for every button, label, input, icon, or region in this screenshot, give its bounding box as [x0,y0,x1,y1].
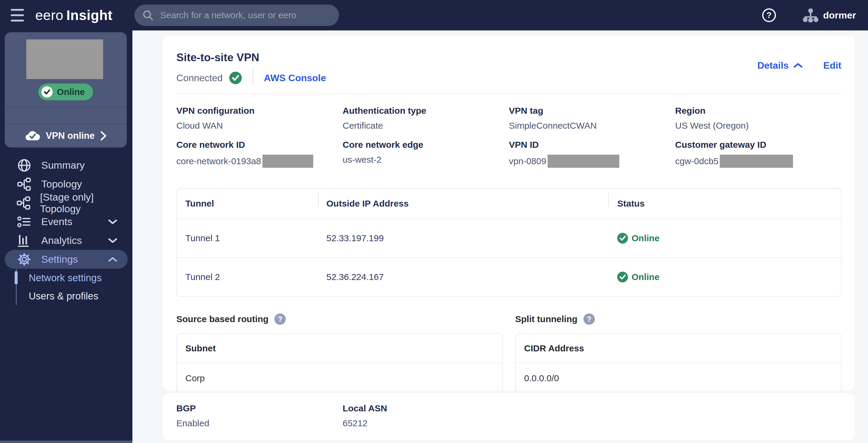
network-thumbnail-redacted [26,39,103,79]
chevron-down-icon [108,238,118,243]
logo-insight: Insight [66,7,113,23]
field-label: VPN configuration [176,106,343,116]
connected-check-icon [229,72,242,84]
field-value: SimpleConnectCWAN [509,121,675,131]
field-label: Region [675,106,841,116]
sidebar-footer-strip [0,441,132,443]
field-label: Core network edge [343,140,509,150]
status-label: Online [631,272,659,282]
help-icon[interactable]: ? [584,313,595,325]
search-bar[interactable] [134,4,339,26]
field-core-network-id: Core network ID core-network-0193a8 [176,140,343,168]
edit-button[interactable]: Edit [824,60,841,71]
status-badge-label: Online [57,87,85,97]
chevron-up-icon [794,63,803,68]
redaction-box [262,155,313,168]
sidebar-item-stage-topology[interactable]: [Stage only] Topology [5,194,128,212]
card-divider [5,107,127,107]
card-header-left: Site-to-site VPN Connected AWS Console [176,49,326,86]
section-title: Source based routing [176,314,269,324]
sidebar-item-label: Settings [41,253,78,265]
status-label: Online [631,233,659,243]
main-panel: Site-to-site VPN Connected AWS Console D… [132,30,868,443]
tunnel-name: Tunnel 2 [177,272,318,282]
search-icon [142,9,154,21]
cidr-table: CIDR Address 0.0.0.0/0 [515,333,842,394]
online-check-icon [617,272,628,282]
field-value: us-west-2 [343,155,509,165]
details-label: Details [757,60,789,71]
edit-label: Edit [824,60,841,71]
field-value: Certificate [343,121,509,131]
field-bgp: BGP Enabled [176,403,343,429]
column-header-tunnel: Tunnel [177,189,318,218]
check-circle-icon [41,86,53,98]
sidebar-nav: Summary Topology [Stage only] Topology E… [5,156,128,269]
bgp-grid: BGP Enabled Local ASN 65212 [176,403,841,437]
sidebar: Online VPN online Summary [0,30,132,443]
split-tunneling-section: Split tunneling ? CIDR Address 0.0.0.0/0 [515,313,842,394]
vpn-card: Site-to-site VPN Connected AWS Console D… [163,36,855,390]
help-icon[interactable]: ? [274,313,286,325]
sidebar-item-summary[interactable]: Summary [5,156,128,175]
details-toggle[interactable]: Details [757,60,803,71]
field-vpn-tag: VPN tag SimpleConnectCWAN [509,106,675,131]
organization-icon [803,8,818,23]
column-header-subnet: Subnet [177,334,502,363]
subnet-table: Subnet Corp [176,333,503,394]
card-header-actions: Details Edit [757,60,841,71]
account-menu[interactable]: dormer [803,8,856,23]
vertical-divider [253,70,253,86]
globe-icon [17,159,32,172]
table-row: Tunnel 2 52.36.224.167 Online [177,257,841,296]
logo-eero: eero [35,7,63,23]
help-icon[interactable]: ? [762,8,776,22]
subnav-item-network-settings[interactable]: Network settings [17,269,124,287]
aws-console-link[interactable]: AWS Console [264,72,326,83]
chevron-right-icon [100,131,107,141]
vpn-status-row[interactable]: VPN online [5,124,127,147]
field-authentication-type: Authentication type Certificate [343,106,509,131]
field-vpn-configuration: VPN configuration Cloud WAN [176,106,343,131]
cidr-value: 0.0.0.0/0 [516,363,841,393]
online-check-icon [617,233,628,244]
sidebar-item-topology[interactable]: Topology [5,175,128,194]
field-label: Customer gateway ID [675,140,841,150]
field-label: VPN ID [509,140,675,150]
sidebar-item-label: Topology [41,178,82,190]
source-based-routing-section: Source based routing ? Subnet Corp [176,313,503,394]
field-customer-gateway-id: Customer gateway ID cgw-0dcb5 [675,140,841,168]
sidebar-item-analytics[interactable]: Analytics [5,231,128,250]
bgp-card: BGP Enabled Local ASN 65212 [163,393,855,440]
user-name: dormer [823,10,856,21]
table-row: Tunnel 1 52.33.197.199 Online [177,218,841,257]
tunnel-table: Tunnel Outside IP Address Status Tunnel … [176,188,841,297]
sidebar-item-label: Analytics [41,235,82,246]
field-core-network-edge: Core network edge us-west-2 [343,140,509,168]
chevron-up-icon [108,257,118,262]
page-title: Site-to-site VPN [176,52,326,64]
tunnel-name: Tunnel 1 [177,233,318,243]
column-header-cidr: CIDR Address [516,334,841,363]
tunnel-ip: 52.36.224.167 [318,272,608,282]
field-vpn-id: VPN ID vpn-0809 [509,140,675,168]
field-value: vpn-0809 [509,155,675,168]
section-title: Split tunneling [515,314,578,324]
sidebar-item-events[interactable]: Events [5,212,128,231]
hamburger-menu-icon[interactable] [11,9,24,22]
app-logo: eero Insight [35,0,113,30]
subnet-value: Corp [177,363,502,393]
subnav-item-users-profiles[interactable]: Users & profiles [17,287,124,305]
search-input[interactable] [160,10,336,21]
column-header-status: Status [608,189,841,218]
topology-icon [17,177,32,191]
cloud-check-icon [25,130,40,141]
column-header-outside-ip: Outside IP Address [318,189,608,218]
sidebar-item-settings[interactable]: Settings [5,250,128,269]
field-value: cgw-0dcb5 [675,155,841,168]
tunnel-ip: 52.33.197.199 [318,233,608,243]
topology-icon [17,196,30,210]
redaction-box [548,155,619,168]
vpn-status-label: VPN online [46,131,95,141]
tunnel-table-header: Tunnel Outside IP Address Status [177,189,841,218]
